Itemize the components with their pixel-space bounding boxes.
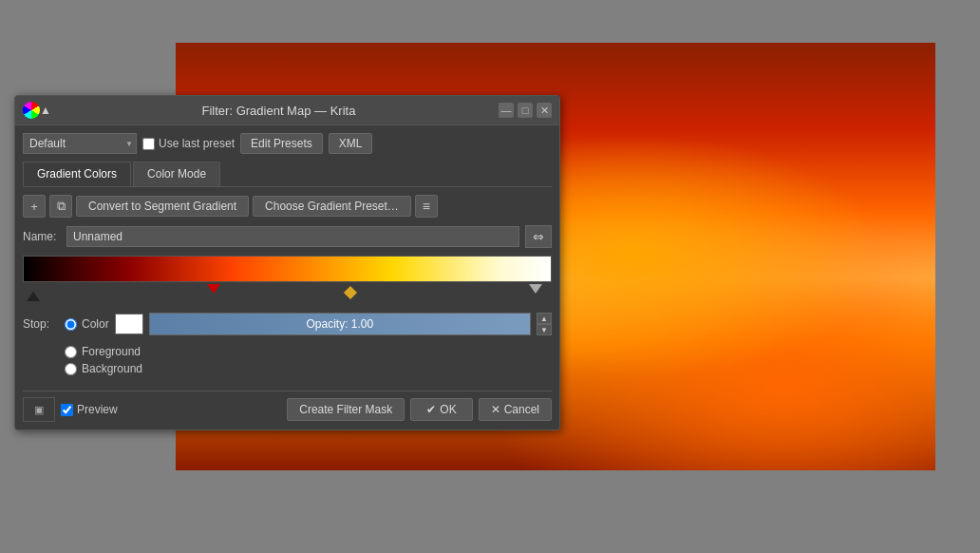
- stop-row1: Stop: Color Opacity: 1.00 ▲ ▼: [23, 309, 552, 339]
- color-radio[interactable]: [65, 318, 77, 331]
- gradient-area: [23, 256, 552, 301]
- gradient-name-input[interactable]: [66, 226, 519, 247]
- color-radio-label[interactable]: Color: [65, 317, 109, 331]
- opacity-spin-up[interactable]: ▲: [537, 313, 552, 324]
- ok-button[interactable]: ✔ OK: [410, 398, 472, 421]
- stop-label: Stop:: [23, 317, 59, 331]
- radio-group: Foreground Background: [23, 345, 552, 375]
- preset-dropdown-wrapper: Default: [23, 133, 137, 154]
- edit-presets-button[interactable]: Edit Presets: [240, 133, 323, 154]
- dialog-content: Default Use last preset Edit Presets XML…: [15, 125, 559, 429]
- tab-bar: Gradient Colors Color Mode: [23, 162, 552, 187]
- xml-button[interactable]: XML: [329, 133, 373, 154]
- stop-marker-1[interactable]: [207, 284, 220, 294]
- choose-preset-button[interactable]: Choose Gradient Preset…: [253, 196, 411, 217]
- stop-marker-0[interactable]: [27, 292, 40, 301]
- create-filter-mask-button[interactable]: Create Filter Mask: [287, 398, 405, 421]
- preset-row: Default Use last preset Edit Presets XML: [23, 133, 552, 154]
- opacity-spin-down[interactable]: ▼: [537, 324, 552, 335]
- krita-logo: [23, 102, 40, 119]
- tab-gradient-colors[interactable]: Gradient Colors: [23, 162, 131, 186]
- foreground-radio-label[interactable]: Foreground: [65, 345, 552, 358]
- name-label: Name:: [23, 230, 61, 243]
- reverse-gradient-button[interactable]: ⇔: [525, 225, 552, 248]
- title-bar: ▲ Filter: Gradient Map — Krita — □ ✕: [15, 96, 559, 125]
- filter-dialog: ▲ Filter: Gradient Map — Krita — □ ✕ Def…: [14, 95, 560, 430]
- opacity-spinbox: ▲ ▼: [537, 313, 552, 335]
- background-radio[interactable]: [65, 363, 77, 375]
- gradient-menu-button[interactable]: ≡: [415, 195, 438, 218]
- opacity-slider-wrapper: Opacity: 1.00: [149, 313, 531, 335]
- add-stop-button[interactable]: +: [23, 195, 46, 218]
- dialog-title: Filter: Gradient Map — Krita: [59, 104, 499, 118]
- stop-controls-area: Stop: Color Opacity: 1.00 ▲ ▼: [23, 305, 552, 383]
- preset-dropdown[interactable]: Default: [23, 133, 137, 154]
- ok-icon: ✔: [426, 403, 436, 416]
- preview-checkbox[interactable]: [61, 404, 73, 416]
- duplicate-stop-button[interactable]: ⧉: [49, 195, 72, 218]
- gradient-stops: [23, 284, 552, 301]
- use-last-preset-label[interactable]: Use last preset: [142, 137, 235, 150]
- stop-marker-2[interactable]: [529, 284, 542, 294]
- gradient-bar[interactable]: [23, 256, 552, 282]
- cancel-button[interactable]: ✕ Cancel: [479, 398, 552, 421]
- up-arrow-icon[interactable]: ▲: [40, 104, 51, 117]
- gradient-toolbar: + ⧉ Convert to Segment Gradient Choose G…: [23, 195, 552, 218]
- use-last-preset-checkbox[interactable]: [142, 138, 155, 150]
- footer: ▣ Preview Create Filter Mask ✔ OK ✕ Canc…: [23, 391, 552, 422]
- opacity-slider[interactable]: Opacity: 1.00: [149, 313, 531, 335]
- tab-color-mode[interactable]: Color Mode: [133, 162, 220, 186]
- name-row: Name: ⇔: [23, 225, 552, 248]
- color-swatch[interactable]: [115, 314, 143, 334]
- stop-marker-mid[interactable]: [344, 286, 357, 299]
- preview-checkbox-label[interactable]: Preview: [61, 403, 118, 416]
- preview-thumbnail: ▣: [23, 397, 55, 422]
- maximize-button[interactable]: □: [518, 103, 533, 118]
- close-button[interactable]: ✕: [537, 103, 552, 118]
- foreground-radio[interactable]: [65, 346, 77, 358]
- convert-gradient-button[interactable]: Convert to Segment Gradient: [76, 196, 249, 217]
- minimize-button[interactable]: —: [499, 103, 514, 118]
- background-radio-label[interactable]: Background: [65, 362, 552, 375]
- window-controls: — □ ✕: [499, 103, 552, 118]
- cancel-icon: ✕: [491, 403, 500, 416]
